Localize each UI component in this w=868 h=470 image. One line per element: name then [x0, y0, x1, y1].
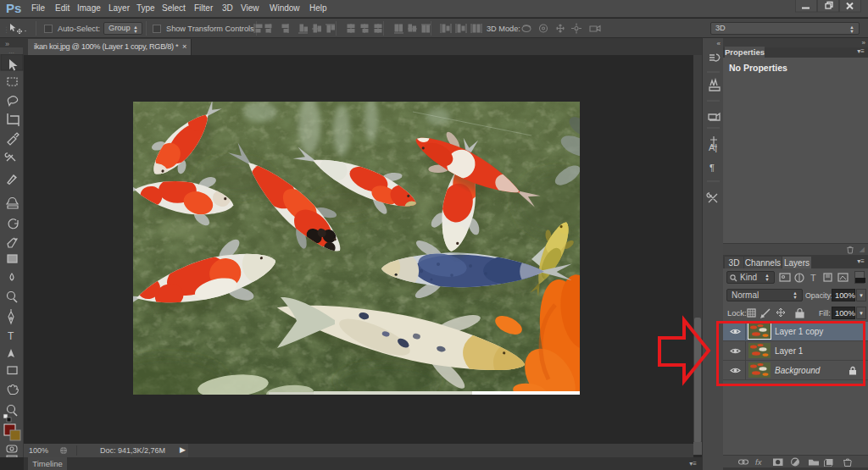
svg-text:¶: ¶	[709, 163, 715, 173]
svg-text:T: T	[8, 330, 14, 342]
svg-text:fx: fx	[755, 457, 763, 467]
svg-text:A|: A|	[709, 142, 717, 152]
svg-text:T: T	[810, 273, 816, 283]
